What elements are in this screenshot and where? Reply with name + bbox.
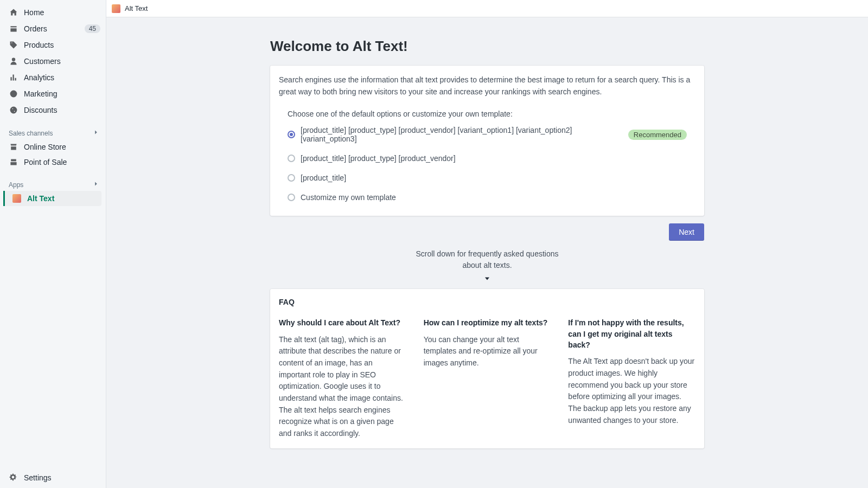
template-option-1[interactable]: [product_title] [product_type] [product_… bbox=[288, 126, 687, 143]
nav-label: Online Store bbox=[24, 143, 66, 151]
section-label: Sales channels bbox=[9, 130, 93, 137]
app-icon bbox=[112, 4, 120, 13]
nav-label: Orders bbox=[24, 24, 85, 33]
faq-item-1: Why should I care about Alt Text? The al… bbox=[279, 317, 406, 439]
scroll-hint: Scroll down for frequently asked questio… bbox=[409, 248, 566, 271]
nav-label: Products bbox=[24, 41, 100, 49]
nav-products[interactable]: Products bbox=[0, 37, 106, 53]
faq-answer: You can change your alt text templates a… bbox=[424, 334, 551, 369]
nav-settings[interactable]: Settings bbox=[0, 467, 106, 488]
section-apps[interactable]: Apps bbox=[0, 176, 106, 191]
topbar-title: Alt Text bbox=[125, 4, 148, 12]
faq-question: If I'm not happy with the results, can I… bbox=[568, 317, 695, 350]
home-icon bbox=[9, 8, 18, 17]
main: Alt Text Welcome to Alt Text! Search eng… bbox=[106, 0, 868, 488]
template-option-3[interactable]: [product_title] bbox=[288, 174, 687, 182]
nav-online-store[interactable]: Online Store bbox=[0, 139, 106, 155]
recommended-badge: Recommended bbox=[628, 130, 687, 140]
nav-home[interactable]: Home bbox=[0, 4, 106, 21]
chevron-down-icon bbox=[270, 274, 704, 285]
nav-label: Marketing bbox=[24, 89, 100, 98]
person-icon bbox=[9, 56, 18, 66]
intro-description: Search engines use the information that … bbox=[279, 74, 695, 98]
faq-item-3: If I'm not happy with the results, can I… bbox=[568, 317, 695, 439]
settings-label: Settings bbox=[24, 473, 52, 482]
gear-icon bbox=[9, 473, 18, 483]
chevron-right-icon bbox=[93, 181, 99, 189]
chevron-right-icon bbox=[93, 129, 99, 137]
nav-label: Discounts bbox=[24, 106, 100, 114]
radio-icon[interactable] bbox=[288, 194, 295, 201]
template-option-2[interactable]: [product_title] [product_type] [product_… bbox=[288, 154, 687, 163]
faq-answer: The Alt Text app doesn't back up your pr… bbox=[568, 356, 695, 426]
discount-icon bbox=[9, 105, 18, 115]
nav-app-alt-text[interactable]: Alt Text bbox=[3, 191, 101, 206]
nav-pos[interactable]: Point of Sale bbox=[0, 155, 106, 170]
radio-icon[interactable] bbox=[288, 155, 295, 162]
sidebar: Home Orders 45 Products Customers Analyt… bbox=[0, 0, 106, 488]
option-label: [product_title] [product_type] [product_… bbox=[301, 154, 456, 163]
option-label: Customize my own template bbox=[301, 193, 396, 202]
nav-discounts[interactable]: Discounts bbox=[0, 102, 106, 118]
nav-label: Analytics bbox=[24, 73, 100, 82]
choose-heading: Choose one of the default options or cus… bbox=[288, 110, 687, 118]
nav-label: Alt Text bbox=[27, 194, 54, 203]
content[interactable]: Welcome to Alt Text! Search engines use … bbox=[106, 17, 868, 488]
radio-icon[interactable] bbox=[288, 131, 295, 138]
orders-badge: 45 bbox=[85, 24, 100, 33]
pos-icon bbox=[9, 157, 18, 167]
nav-orders[interactable]: Orders 45 bbox=[0, 21, 106, 37]
nav-marketing[interactable]: Marketing bbox=[0, 86, 106, 102]
nav-label: Point of Sale bbox=[24, 158, 67, 166]
faq-item-2: How can I reoptimize my alt texts? You c… bbox=[424, 317, 551, 439]
option-label: [product_title] bbox=[301, 174, 346, 182]
faq-question: Why should I care about Alt Text? bbox=[279, 317, 406, 328]
faq-card: FAQ Why should I care about Alt Text? Th… bbox=[270, 289, 704, 448]
template-option-4[interactable]: Customize my own template bbox=[288, 193, 687, 202]
page-title: Welcome to Alt Text! bbox=[270, 38, 704, 55]
nav-customers[interactable]: Customers bbox=[0, 53, 106, 69]
template-card: Search engines use the information that … bbox=[270, 66, 704, 216]
orders-icon bbox=[9, 24, 18, 34]
nav-analytics[interactable]: Analytics bbox=[0, 69, 106, 86]
section-sales-channels[interactable]: Sales channels bbox=[0, 125, 106, 139]
nav-label: Home bbox=[24, 8, 100, 17]
analytics-icon bbox=[9, 73, 18, 82]
next-button[interactable]: Next bbox=[669, 223, 704, 241]
faq-question: How can I reoptimize my alt texts? bbox=[424, 317, 551, 328]
store-icon bbox=[9, 142, 18, 152]
topbar: Alt Text bbox=[106, 0, 868, 17]
radio-icon[interactable] bbox=[288, 174, 295, 182]
tag-icon bbox=[9, 40, 18, 50]
faq-answer: The alt text (alt tag), which is an attr… bbox=[279, 334, 406, 440]
target-icon bbox=[9, 89, 18, 99]
app-icon bbox=[12, 194, 22, 203]
section-label: Apps bbox=[9, 181, 93, 189]
option-label: [product_title] [product_type] [product_… bbox=[301, 126, 624, 143]
nav-label: Customers bbox=[24, 57, 100, 66]
faq-heading: FAQ bbox=[279, 298, 695, 306]
